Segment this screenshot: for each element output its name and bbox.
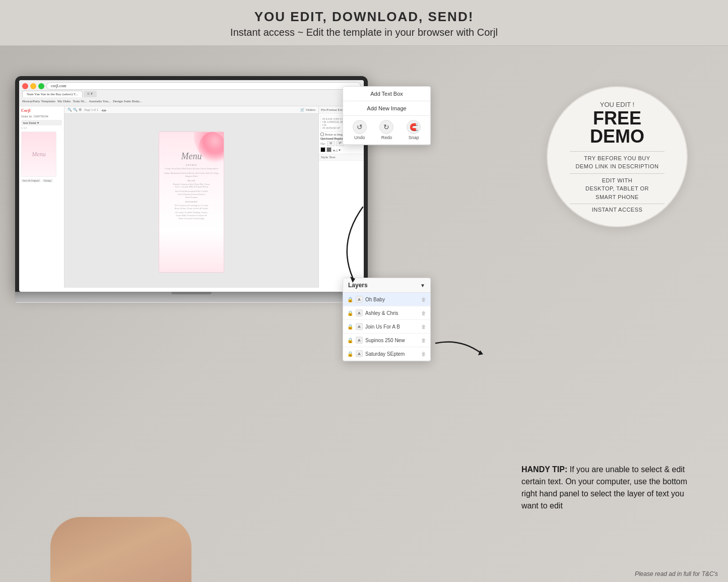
- demo-divider-3: [570, 204, 665, 204]
- color-black[interactable]: [320, 147, 325, 152]
- add-text-box-btn[interactable]: Add Text Box: [343, 87, 430, 101]
- nav-item-1[interactable]: best friend ✦: [21, 120, 62, 125]
- layer-name-oh-baby: Oh Baby: [365, 297, 419, 302]
- layer-lock-icon-3: 🔒: [347, 324, 353, 330]
- color-gray[interactable]: [326, 147, 332, 152]
- snap-label: Snap: [409, 135, 419, 140]
- url-bar[interactable]: corjl.com: [46, 82, 361, 90]
- layer-item-oh-baby[interactable]: 🔒 A Oh Baby 🗑: [343, 293, 430, 306]
- bookmark-4[interactable]: Australia You...: [89, 99, 111, 103]
- menu-entree-text-2: Grains Marinated Chicken Breast with Gar…: [162, 172, 221, 178]
- layer-type-icon-5: A: [356, 350, 363, 357]
- laptop-screen-inner: corjl.com Nam Yue Yue in the Bay (select…: [19, 80, 364, 292]
- orders-btn[interactable]: 🛒 Orders: [300, 108, 315, 112]
- browser-addressbar: corjl.com: [22, 82, 361, 90]
- demo-divider-2: [570, 173, 665, 174]
- laptop-base: [15, 292, 368, 301]
- height-input[interactable]: 11: [327, 141, 335, 146]
- redo-icon: ↻: [379, 120, 393, 134]
- browser-tab-active[interactable]: Nam Yue Yue in the Bay (select) T...: [22, 91, 83, 97]
- layer-item-supinos[interactable]: 🔒 A Supinos 250 New 🗑: [343, 334, 430, 347]
- layer-type-icon-4: A: [356, 337, 363, 344]
- layer-delete-icon-5[interactable]: 🗑: [421, 351, 426, 357]
- main-area: corjl.com Nam Yue Yue in the Bay (select…: [0, 46, 728, 582]
- hand-at-keyboard: [50, 517, 191, 582]
- canvas-toolbar: 🔍 🔍 ⚙ Page 1 of 1 ◀ ▶ 🛒 Orders: [64, 106, 318, 114]
- resize-label: Resize as Image: [325, 133, 345, 136]
- action-change[interactable]: Change: [42, 179, 53, 182]
- header-banner: YOU EDIT, DOWNLOAD, SEND! Instant access…: [0, 0, 728, 46]
- browser-tab-2[interactable]: C F: [84, 91, 97, 97]
- layers-header-text: Layers: [348, 282, 368, 289]
- laptop-notch: [171, 292, 212, 294]
- floating-layers-panel: Layers ▼ 🔒 A Oh Baby 🗑 🔒 A Ashley & Chri…: [343, 278, 431, 361]
- undo-tool[interactable]: ↺ Undo: [353, 120, 367, 140]
- header-title: YOU EDIT, DOWNLOAD, SEND!: [0, 9, 728, 25]
- browser-minimize-btn[interactable]: [30, 83, 36, 89]
- editor-sidebar: Corjl Order Id: 1509758194 best friend ✦…: [19, 106, 64, 288]
- undo-label: Undo: [354, 135, 365, 140]
- demo-instant-access: INSTANT ACCESS: [592, 207, 643, 213]
- zoom-control[interactable]: 🔍 🔍 ⚙: [68, 108, 82, 112]
- layers-chevron-icon: ▼: [420, 283, 425, 288]
- demo-free-text: FREE: [593, 109, 641, 127]
- browser-tabs: Nam Yue Yue in the Bay (select) T... C F: [22, 91, 361, 97]
- color-swatches: ▲△▼: [320, 147, 362, 152]
- menu-dessert-text-2: Chocolate Fondant Pudding, Sorbet,Foam M…: [162, 211, 221, 220]
- menu-entree-text: Crispy Fried Duck Roll Sweet & Sour Cher…: [162, 167, 221, 170]
- demo-circle: YOU EDIT ! FREE DEMO TRY BEFORE YOU BUY …: [547, 86, 688, 227]
- style-text-label: Style Text: [319, 154, 364, 161]
- layer-name-ashley-chris: Ashley & Chris: [365, 310, 419, 316]
- menu-dessert-text: De-Constructed Lamington, CoconutBerry S…: [162, 204, 221, 210]
- layer-delete-icon-2[interactable]: 🗑: [421, 310, 426, 316]
- add-new-image-btn[interactable]: Add New Image: [343, 101, 430, 116]
- bookmark-5[interactable]: Design Suite Body...: [113, 99, 142, 103]
- layer-lock-icon-4: 🔒: [347, 338, 353, 343]
- layer-delete-icon-4[interactable]: 🗑: [421, 338, 426, 343]
- browser-close-btn[interactable]: [22, 83, 28, 89]
- panel-tools-row: ↺ Undo ↻ Redo 🧲 Snap: [343, 116, 430, 145]
- corjl-logo: Corjl: [21, 108, 62, 113]
- layer-type-icon-2: A: [356, 309, 363, 316]
- layer-delete-icon-1[interactable]: 🗑: [421, 297, 426, 302]
- resize-checkbox[interactable]: [320, 133, 324, 136]
- floating-panel: Add Text Box Add New Image ↺ Undo ↻ Redo…: [343, 86, 431, 145]
- layers-panel-header: Layers ▼: [343, 278, 430, 293]
- editor-canvas: 🔍 🔍 ⚙ Page 1 of 1 ◀ ▶ 🛒 Orders: [64, 106, 318, 288]
- browser-chrome: corjl.com Nam Yue Yue in the Bay (select…: [19, 80, 364, 106]
- bookmark-3[interactable]: Toda Ni...: [73, 99, 87, 103]
- snap-icon: 🧲: [407, 120, 421, 134]
- menu-card: Menu entree Crispy Fried Duck Roll Sweet…: [159, 132, 224, 273]
- layer-item-saturday[interactable]: 🔒 A Saturday SEptem 🗑: [343, 347, 430, 361]
- snap-tool[interactable]: 🧲 Snap: [407, 120, 421, 140]
- layer-name-join-us: Join Us For A B: [365, 324, 419, 330]
- menu-section-dessert: dessert: [162, 201, 221, 203]
- layer-item-join-us[interactable]: 🔒 A Join Us For A B 🗑: [343, 320, 430, 334]
- order-info: Order Id: 1509758194: [21, 115, 62, 118]
- size-label: Hgt:: [320, 142, 326, 145]
- browser-maximize-btn[interactable]: [38, 83, 44, 89]
- layer-type-icon-1: A: [356, 296, 363, 303]
- nav-arrows[interactable]: ◀ ▶: [101, 108, 107, 112]
- layer-delete-icon-3[interactable]: 🗑: [421, 324, 426, 330]
- page-indicator: Page 1 of 1: [85, 108, 98, 111]
- handy-tip-label: HANDY TIP:: [521, 465, 567, 474]
- bookmark-1[interactable]: HoorayParty Templates: [22, 99, 55, 103]
- handy-tip-section: HANDY TIP: If you are unable to select &…: [521, 464, 693, 512]
- header-subtitle: Instant access ~ Edit the template in yo…: [0, 27, 728, 38]
- layer-item-ashley-chris[interactable]: 🔒 A Ashley & Chris 🗑: [343, 306, 430, 320]
- menu-main-text: Braised Guinness Beef Short Rib, OwenFri…: [162, 183, 221, 189]
- layer-name-supinos: Supinos 250 New: [365, 338, 419, 343]
- demo-you-edit-text: YOU EDIT !: [600, 101, 634, 108]
- font-select-label: Quicksand Regular: [320, 137, 344, 140]
- layer-lock-icon-1: 🔒: [347, 297, 353, 302]
- action-save[interactable]: Save & Original: [21, 179, 41, 182]
- redo-tool[interactable]: ↻ Redo: [379, 120, 393, 140]
- laptop-foot: [15, 301, 368, 303]
- demo-edit-with-text: EDIT WITHDESKTOP, TABLET ORSMART PHONE: [585, 176, 649, 202]
- editor-thumbnail: Menu: [21, 132, 56, 177]
- undo-icon: ↺: [353, 120, 367, 134]
- align-btns: ▲△▼: [333, 148, 341, 152]
- bookmark-2[interactable]: My Hubs: [57, 99, 71, 103]
- editor-content: Corjl Order Id: 1509758194 best friend ✦…: [19, 106, 364, 288]
